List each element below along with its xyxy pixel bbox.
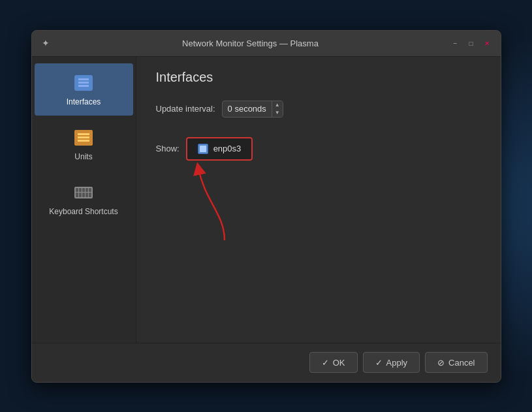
maximize-button[interactable]: □	[465, 37, 477, 49]
spinbox-value: 0 seconds	[223, 104, 272, 114]
ok-checkmark-icon: ✓	[322, 358, 329, 368]
content-area: Interfaces Units	[32, 57, 501, 343]
update-interval-label: Update interval:	[156, 104, 215, 114]
show-label: Show:	[156, 144, 180, 153]
key4	[86, 188, 88, 193]
sidebar-item-keyboard-shortcuts-label: Keyboard Shortcuts	[49, 207, 117, 216]
show-box: enp0s3	[186, 137, 253, 161]
apply-button[interactable]: ✓ Apply	[363, 352, 420, 373]
ok-button[interactable]: ✓ OK	[309, 352, 358, 373]
spinbox-up-arrow[interactable]: ▲	[272, 101, 283, 109]
sidebar-item-interfaces-label: Interfaces	[67, 97, 101, 106]
apply-checkmark-icon: ✓	[375, 358, 383, 368]
units-icon-shape	[74, 130, 93, 146]
panel-title: Interfaces	[156, 70, 481, 85]
units-icon-bar3	[78, 140, 89, 142]
titlebar-controls: − □ ✕	[450, 37, 493, 49]
update-interval-spinbox[interactable]: 0 seconds ▲ ▼	[222, 101, 283, 118]
cancel-label: Cancel	[448, 358, 475, 368]
spinbox-arrows: ▲ ▼	[272, 101, 283, 117]
keyboard-icon-shape	[74, 187, 93, 198]
sidebar-item-units[interactable]: Units	[35, 118, 133, 170]
keyboard-icon	[73, 182, 94, 203]
sidebar-item-keyboard-shortcuts[interactable]: Keyboard Shortcuts	[35, 173, 133, 225]
apply-label: Apply	[386, 358, 408, 368]
interfaces-icon	[73, 72, 94, 93]
key7	[79, 193, 82, 197]
units-icon	[73, 127, 94, 148]
main-panel: Interfaces Update interval: 0 seconds ▲ …	[136, 57, 501, 343]
interfaces-icon-shape	[74, 75, 93, 91]
bottom-bar: ✓ OK ✓ Apply ⊘ Cancel	[32, 343, 501, 382]
sidebar: Interfaces Units	[32, 57, 136, 343]
units-icon-bar2	[78, 136, 89, 138]
key5	[89, 188, 91, 193]
close-button[interactable]: ✕	[481, 37, 493, 49]
units-icon-bar1	[78, 133, 89, 135]
interface-checkbox[interactable]	[198, 144, 208, 154]
titlebar-app-icon: ✦	[40, 37, 52, 49]
cancel-circle-icon: ⊘	[437, 358, 445, 368]
settings-window: ✦ Network Monitor Settings — Plasma − □ …	[31, 30, 501, 383]
interface-name-label: enp0s3	[213, 144, 242, 153]
show-wrapper: Show: enp0s3	[156, 137, 481, 161]
spinbox-down-arrow[interactable]: ▼	[272, 109, 283, 117]
checkbox-check	[200, 146, 206, 152]
key9	[86, 193, 88, 197]
key2	[79, 188, 82, 193]
annotation-arrow	[192, 162, 257, 247]
titlebar: ✦ Network Monitor Settings — Plasma − □ …	[32, 31, 501, 57]
key10	[89, 193, 91, 197]
key6	[76, 193, 78, 197]
titlebar-title: Network Monitor Settings — Plasma	[52, 39, 450, 48]
key8	[82, 193, 85, 197]
key1	[76, 188, 78, 193]
sidebar-item-interfaces[interactable]: Interfaces	[35, 63, 133, 116]
cancel-button[interactable]: ⊘ Cancel	[425, 352, 487, 373]
ok-label: OK	[333, 358, 345, 368]
key3	[82, 188, 85, 193]
show-section: Show: enp0s3	[156, 137, 481, 161]
update-interval-row: Update interval: 0 seconds ▲ ▼	[156, 101, 481, 118]
minimize-button[interactable]: −	[450, 37, 462, 49]
sidebar-item-units-label: Units	[74, 152, 92, 161]
